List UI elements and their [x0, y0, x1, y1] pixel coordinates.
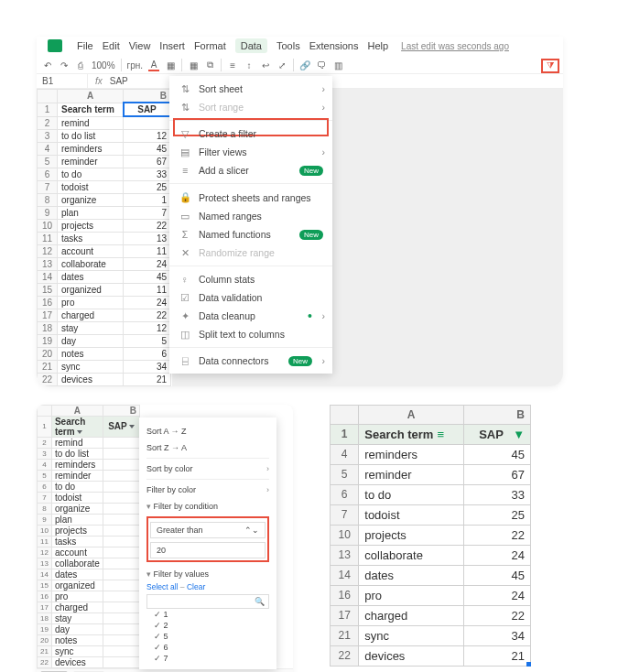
filter-dropdown-icon[interactable]: [77, 430, 82, 434]
spreadsheet-grid[interactable]: A B 1 Search term SAP 2remind3to do list…: [37, 89, 172, 386]
link-icon[interactable]: 🔗: [299, 60, 310, 70]
header-search-term[interactable]: Search term≡: [359, 424, 464, 444]
header-sap[interactable]: SAP: [103, 416, 139, 437]
cell[interactable]: [103, 503, 139, 514]
cell[interactable]: [103, 448, 139, 459]
col-header-b[interactable]: B: [463, 405, 530, 424]
cell[interactable]: remind: [51, 437, 103, 448]
cell[interactable]: reminder: [359, 464, 464, 484]
cell[interactable]: to do: [51, 481, 103, 492]
header-sap[interactable]: SAP: [124, 103, 171, 116]
fill-color-icon[interactable]: ▦: [165, 60, 176, 70]
filter-by-color[interactable]: Filter by color: [146, 482, 269, 498]
filter-active-icon[interactable]: ≡: [437, 428, 444, 441]
borders-icon[interactable]: ▦: [188, 60, 199, 70]
cell[interactable]: dates: [51, 569, 103, 580]
last-edit-link[interactable]: Last edit was seconds ago: [401, 41, 509, 51]
cell[interactable]: 67: [463, 464, 530, 484]
cell[interactable]: collaborate: [359, 545, 464, 565]
menu-data-cleanup[interactable]: ✦ Data cleanup •: [169, 307, 332, 325]
cell[interactable]: plan: [51, 514, 103, 525]
cell[interactable]: to do list: [58, 129, 124, 142]
cell[interactable]: 45: [124, 270, 171, 283]
menu-filter-views[interactable]: ▤ Filter views: [169, 143, 332, 161]
sort-az[interactable]: Sort A → Z: [146, 423, 269, 439]
currency-format[interactable]: грн.: [127, 60, 144, 70]
cell[interactable]: 22: [124, 219, 171, 232]
cell[interactable]: reminders: [58, 142, 124, 155]
cell[interactable]: [103, 602, 139, 612]
cell[interactable]: [103, 580, 139, 591]
cell[interactable]: organize: [58, 193, 124, 206]
select-all-link[interactable]: Select all: [146, 582, 179, 591]
condition-select[interactable]: Greater than⌃⌄: [150, 522, 266, 538]
menu-view[interactable]: View: [129, 40, 151, 51]
print-icon[interactable]: ⎙: [75, 60, 86, 70]
cell[interactable]: [103, 492, 139, 503]
zoom-select[interactable]: 100%: [92, 60, 115, 70]
cell[interactable]: 7: [124, 206, 171, 219]
cell[interactable]: charged: [58, 309, 124, 321]
header-sap[interactable]: SAP▼: [463, 424, 530, 444]
cell[interactable]: [103, 536, 139, 547]
cell[interactable]: sync: [51, 645, 103, 656]
menu-data-connectors[interactable]: ⌸ Data connectors New: [169, 352, 332, 370]
cell[interactable]: 25: [124, 180, 171, 193]
menu-protect[interactable]: 🔒 Protect sheets and ranges: [169, 188, 332, 207]
cell[interactable]: [103, 481, 139, 492]
cell[interactable]: to do: [359, 484, 464, 504]
filter-by-values[interactable]: Filter by values: [146, 566, 269, 582]
cell[interactable]: 22: [463, 525, 530, 545]
cell[interactable]: plan: [58, 206, 124, 219]
col-header-a[interactable]: A: [51, 405, 103, 416]
text-color-icon[interactable]: A: [148, 60, 159, 71]
value-option[interactable]: 5: [146, 631, 269, 642]
cell[interactable]: reminders: [359, 444, 464, 464]
cell[interactable]: pro: [58, 296, 124, 309]
col-header-b[interactable]: B: [103, 405, 139, 416]
spreadsheet-grid-2[interactable]: A B 1 Search term SAP 2remind3to do list…: [37, 405, 140, 668]
cell[interactable]: organized: [51, 580, 103, 591]
menu-format[interactable]: Format: [194, 40, 226, 51]
cell[interactable]: devices: [359, 645, 464, 666]
menu-insert[interactable]: Insert: [159, 40, 185, 51]
cell[interactable]: tasks: [58, 232, 124, 244]
cell[interactable]: [103, 634, 139, 645]
cell[interactable]: 24: [463, 545, 530, 565]
cell[interactable]: dates: [359, 565, 464, 585]
cell[interactable]: [103, 470, 139, 481]
cell[interactable]: 24: [124, 257, 171, 270]
cell[interactable]: to do list: [51, 448, 103, 459]
cell[interactable]: organize: [51, 503, 103, 514]
cell[interactable]: 45: [463, 444, 530, 464]
cell[interactable]: sync: [58, 360, 124, 373]
cell[interactable]: collaborate: [51, 558, 103, 569]
cell[interactable]: 33: [124, 168, 171, 180]
cell[interactable]: 25: [463, 504, 530, 525]
cell[interactable]: [103, 623, 139, 634]
filter-dropdown-icon[interactable]: [129, 425, 135, 428]
header-search-term[interactable]: Search term: [58, 103, 124, 116]
cell[interactable]: day: [58, 334, 124, 347]
cell[interactable]: projects: [58, 219, 124, 232]
col-header-b[interactable]: B: [124, 90, 171, 103]
chart-icon[interactable]: ▥: [332, 60, 343, 70]
comment-icon[interactable]: 🗨: [316, 60, 327, 70]
cell[interactable]: [103, 591, 139, 602]
cell[interactable]: notes: [58, 347, 124, 360]
cell[interactable]: sync: [359, 625, 464, 645]
cell[interactable]: [103, 612, 139, 623]
menu-help[interactable]: Help: [367, 40, 388, 51]
cell[interactable]: 11: [124, 244, 171, 257]
cell[interactable]: projects: [51, 525, 103, 536]
cell[interactable]: devices: [51, 656, 103, 667]
menu-edit[interactable]: Edit: [103, 40, 120, 51]
value-option[interactable]: 7: [146, 653, 269, 664]
merge-icon[interactable]: ⧉: [204, 60, 215, 70]
cell[interactable]: reminders: [51, 459, 103, 470]
cell[interactable]: stay: [51, 612, 103, 623]
cell[interactable]: 24: [463, 585, 530, 605]
cell[interactable]: dates: [58, 270, 124, 283]
sort-za[interactable]: Sort Z → A: [146, 439, 269, 456]
menu-tools[interactable]: Tools: [276, 40, 300, 51]
